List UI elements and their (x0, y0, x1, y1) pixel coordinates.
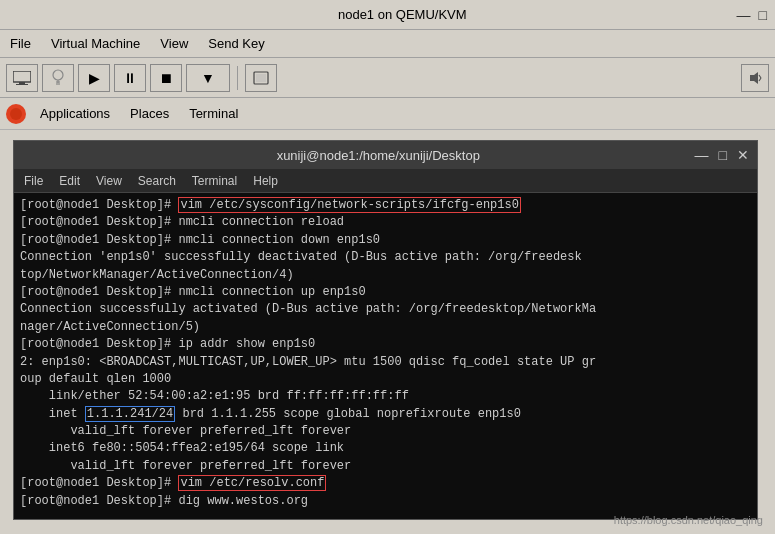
inner-menu-help[interactable]: Help (249, 173, 282, 189)
watermark: https://blog.csdn.net/qiao_qing (614, 514, 763, 526)
terminal-line-1: [root@node1 Desktop]# vim /etc/sysconfig… (20, 197, 751, 214)
terminal-content[interactable]: [root@node1 Desktop]# vim /etc/sysconfig… (14, 193, 757, 519)
inner-menubar: File Edit View Search Terminal Help (14, 169, 757, 193)
inner-titlebar: xuniji@node1:/home/xuniji/Desktop — □ ✕ (14, 141, 757, 169)
inner-close-button[interactable]: ✕ (737, 147, 749, 163)
inner-minimize-button[interactable]: — (695, 147, 709, 163)
terminal-line-14: valid_lft forever preferred_lft forever (20, 423, 751, 440)
appbar-terminal[interactable]: Terminal (181, 104, 246, 123)
menu-file[interactable]: File (4, 34, 37, 53)
toolbar-bulb-btn[interactable] (42, 64, 74, 92)
highlight-resolv-cmd: vim /etc/resolv.conf (178, 475, 326, 491)
highlight-vim-cmd: vim /etc/sysconfig/network-scripts/ifcfg… (178, 197, 520, 213)
terminal-line-2: [root@node1 Desktop]# nmcli connection r… (20, 214, 751, 231)
toolbar-screen-btn[interactable] (6, 64, 38, 92)
inner-window-title: xuniji@node1:/home/xuniji/Desktop (62, 148, 695, 163)
terminal-line-3: [root@node1 Desktop]# nmcli connection d… (20, 232, 751, 249)
svg-point-12 (10, 108, 22, 120)
terminal-line-12: link/ether 52:54:00:a2:e1:95 brd ff:ff:f… (20, 388, 751, 405)
outer-toolbar: ▶ ⏸ ⏹ ▼ (0, 58, 775, 98)
inner-menu-search[interactable]: Search (134, 173, 180, 189)
inner-menu-file[interactable]: File (20, 173, 47, 189)
toolbar-play-btn[interactable]: ▶ (78, 64, 110, 92)
svg-line-11 (759, 78, 761, 81)
maximize-button[interactable]: □ (759, 7, 767, 23)
toolbar-stop-btn[interactable]: ⏹ (150, 64, 182, 92)
menu-view[interactable]: View (154, 34, 194, 53)
toolbar-separator (237, 66, 238, 90)
svg-rect-2 (16, 84, 28, 85)
svg-rect-1 (19, 82, 25, 84)
highlight-ip-addr: 1.1.1.241/24 (85, 406, 175, 422)
appbar-places[interactable]: Places (122, 104, 177, 123)
toolbar-speaker-btn[interactable] (741, 64, 769, 92)
terminal-line-4: Connection 'enp1s0' successfully deactiv… (20, 249, 751, 266)
outer-window-title: node1 on QEMU/KVM (68, 7, 737, 22)
svg-rect-8 (256, 74, 266, 82)
inner-window-controls[interactable]: — □ ✕ (695, 147, 749, 163)
outer-menubar: File Virtual Machine View Send Key (0, 30, 775, 58)
terminal-line-5: top/NetworkManager/ActiveConnection/4) (20, 267, 751, 284)
toolbar-pause-btn[interactable]: ⏸ (114, 64, 146, 92)
terminal-line-17: [root@node1 Desktop]# vim /etc/resolv.co… (20, 475, 751, 492)
terminal-line-6: [root@node1 Desktop]# nmcli connection u… (20, 284, 751, 301)
terminal-line-18: [root@node1 Desktop]# dig www.westos.org (20, 493, 751, 510)
inner-menu-terminal[interactable]: Terminal (188, 173, 241, 189)
toolbar-fullscreen-btn[interactable] (245, 64, 277, 92)
outer-window-controls[interactable]: — □ (737, 7, 767, 23)
toolbar-dropdown-btn[interactable]: ▼ (186, 64, 230, 92)
terminal-line-8: nager/ActiveConnection/5) (20, 319, 751, 336)
terminal-line-9: [root@node1 Desktop]# ip addr show enp1s… (20, 336, 751, 353)
inner-maximize-button[interactable]: □ (719, 147, 727, 163)
watermark-text: https://blog.csdn.net/qiao_qing (614, 514, 763, 526)
appbar-icon (6, 104, 26, 124)
svg-rect-0 (13, 71, 31, 82)
terminal-line-13: inet 1.1.1.241/24 brd 1.1.1.255 scope gl… (20, 406, 751, 423)
menu-virtual-machine[interactable]: Virtual Machine (45, 34, 146, 53)
menu-send-key[interactable]: Send Key (202, 34, 270, 53)
inner-terminal-window: xuniji@node1:/home/xuniji/Desktop — □ ✕ … (13, 140, 758, 520)
terminal-line-11: oup default qlen 1000 (20, 371, 751, 388)
svg-line-10 (759, 75, 761, 78)
outer-titlebar: node1 on QEMU/KVM — □ (0, 0, 775, 30)
terminal-line-16: valid_lft forever preferred_lft forever (20, 458, 751, 475)
terminal-line-15: inet6 fe80::5054:ffea2:e195/64 scope lin… (20, 440, 751, 457)
appbar: Applications Places Terminal (0, 98, 775, 130)
inner-menu-edit[interactable]: Edit (55, 173, 84, 189)
svg-marker-9 (750, 72, 758, 84)
appbar-applications[interactable]: Applications (32, 104, 118, 123)
outer-window: node1 on QEMU/KVM — □ File Virtual Machi… (0, 0, 775, 534)
inner-menu-view[interactable]: View (92, 173, 126, 189)
minimize-button[interactable]: — (737, 7, 751, 23)
terminal-line-10: 2: enp1s0: <BROADCAST,MULTICAST,UP,LOWER… (20, 354, 751, 371)
svg-point-3 (53, 70, 63, 80)
terminal-line-7: Connection successfully activated (D-Bus… (20, 301, 751, 318)
